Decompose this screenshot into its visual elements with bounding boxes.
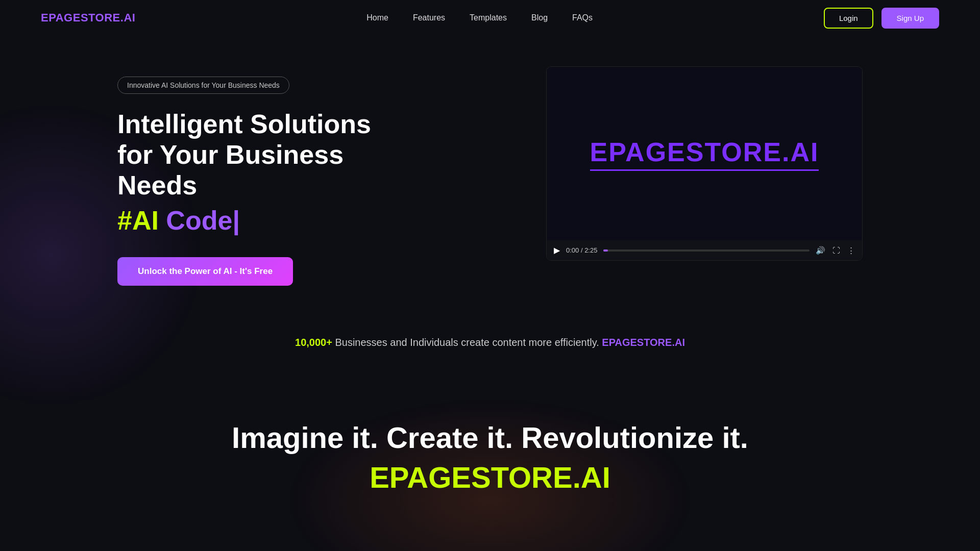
nav-logo[interactable]: EPAGESTORE.AI xyxy=(41,11,135,24)
hero-hashtag: #AI Code| xyxy=(117,205,371,236)
stats-section: 10,000+ Businesses and Individuals creat… xyxy=(0,316,980,379)
nav-faqs[interactable]: FAQs xyxy=(572,13,593,22)
nav-blog[interactable]: Blog xyxy=(531,13,548,22)
stats-text: 10,000+ Businesses and Individuals creat… xyxy=(41,337,939,348)
nav-actions: Login Sign Up xyxy=(824,8,939,29)
stats-number: 10,000+ xyxy=(295,337,332,348)
hero-left: Innovative AI Solutions for Your Busines… xyxy=(117,66,371,286)
stats-brand: EPAGESTORE.AI xyxy=(602,337,685,348)
video-underline xyxy=(590,169,819,171)
video-brand-container: EPAGESTORE.AI xyxy=(590,137,819,171)
hero-heading: Intelligent Solutions for Your Business … xyxy=(117,109,371,201)
hashtag-ai: #AI xyxy=(117,206,159,235)
nav-features[interactable]: Features xyxy=(413,13,445,22)
bottom-brand: EPAGESTORE.AI xyxy=(41,460,939,494)
stats-description: Businesses and Individuals create conten… xyxy=(332,337,602,348)
hero-section: Innovative AI Solutions for Your Busines… xyxy=(0,36,980,316)
signup-button[interactable]: Sign Up xyxy=(881,8,939,29)
navbar: EPAGESTORE.AI Home Features Templates Bl… xyxy=(0,0,980,36)
control-icons: 🔊 ⛶ ⋮ xyxy=(816,246,855,255)
bottom-section: Imagine it. Create it. Revolutionize it.… xyxy=(0,379,980,515)
login-button[interactable]: Login xyxy=(824,8,873,29)
hero-right: EPAGESTORE.AI ▶ 0:00 / 2:25 🔊 ⛶ ⋮ xyxy=(546,66,863,261)
progress-fill xyxy=(603,249,607,252)
video-content: EPAGESTORE.AI xyxy=(547,67,862,240)
nav-templates[interactable]: Templates xyxy=(470,13,507,22)
fullscreen-button[interactable]: ⛶ xyxy=(832,246,840,255)
nav-links: Home Features Templates Blog FAQs xyxy=(366,13,593,22)
cta-button[interactable]: Unlock the Power of AI - It's Free xyxy=(117,257,293,286)
hero-badge: Innovative AI Solutions for Your Busines… xyxy=(117,77,289,94)
hashtag-code: Code xyxy=(159,206,232,235)
logo-text: EPAGESTORE.AI xyxy=(41,11,135,24)
mute-button[interactable]: 🔊 xyxy=(816,246,825,255)
video-brand-text: EPAGESTORE.AI xyxy=(590,137,819,167)
bottom-heading: Imagine it. Create it. Revolutionize it. xyxy=(41,420,939,456)
time-display: 0:00 / 2:25 xyxy=(566,246,597,254)
video-controls: ▶ 0:00 / 2:25 🔊 ⛶ ⋮ xyxy=(547,240,862,260)
cursor: | xyxy=(232,206,240,235)
nav-home[interactable]: Home xyxy=(366,13,388,22)
play-button[interactable]: ▶ xyxy=(554,245,560,255)
progress-bar[interactable] xyxy=(603,249,810,252)
video-player: EPAGESTORE.AI ▶ 0:00 / 2:25 🔊 ⛶ ⋮ xyxy=(546,66,863,261)
more-button[interactable]: ⋮ xyxy=(847,246,855,255)
